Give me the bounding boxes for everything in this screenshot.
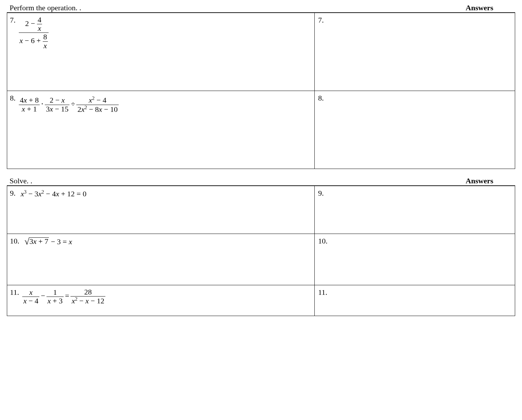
answer-10-cell: 10. xyxy=(315,234,515,285)
answer-11-number: 11. xyxy=(318,288,327,297)
problem-8-cell: 8. 4x + 8 x + 1 ⋅ 2 − x 3x − 15 ÷ x2 − 4… xyxy=(7,91,315,169)
answer-7-cell: 7. xyxy=(315,13,515,91)
row-problem-7: 7. 2 − 4x x − 6 + 8x 7. xyxy=(7,13,515,91)
problem-11-cell: 11. x x − 4 − 1 x + 3 = 28 x2 − x − 12 xyxy=(7,285,315,316)
answer-8-number: 8. xyxy=(318,94,324,103)
problem-7-cell: 7. 2 − 4x x − 6 + 8x xyxy=(7,13,315,91)
answer-7-number: 7. xyxy=(318,16,324,25)
answer-8-cell: 8. xyxy=(315,91,515,169)
row-problem-8: 8. 4x + 8 x + 1 ⋅ 2 − x 3x − 15 ÷ x2 − 4… xyxy=(7,91,515,169)
answer-11-cell: 11. xyxy=(315,285,515,316)
problem-7-expression: 2 − 4x x − 6 + 8x xyxy=(19,16,49,50)
problem-7-number: 7. xyxy=(10,16,16,25)
row-problem-9: 9. x3 − 3x2 − 4x + 12 = 0 9. xyxy=(7,186,515,234)
problem-9-cell: 9. x3 − 3x2 − 4x + 12 = 0 xyxy=(7,186,315,234)
answer-9-cell: 9. xyxy=(315,186,515,234)
section-1-title: Perform the operation. . xyxy=(8,3,317,12)
problem-10-expression: √3x + 7 − 3 = x xyxy=(23,237,72,246)
problem-9-number: 9. xyxy=(10,189,16,198)
problem-10-cell: 10. √3x + 7 − 3 = x xyxy=(7,234,315,285)
section-2-title: Solve. . xyxy=(8,176,317,185)
section-1-header: Perform the operation. . Answers xyxy=(7,3,515,13)
problem-11-expression: x x − 4 − 1 x + 3 = 28 x2 − x − 12 xyxy=(22,288,105,305)
answer-10-number: 10. xyxy=(318,237,328,246)
problem-8-expression: 4x + 8 x + 1 ⋅ 2 − x 3x − 15 ÷ x2 − 4 2x… xyxy=(19,94,119,114)
problem-10-number: 10. xyxy=(10,237,19,246)
row-problem-11: 11. x x − 4 − 1 x + 3 = 28 x2 − x − 12 1… xyxy=(7,285,515,316)
problem-9-expression: x3 − 3x2 − 4x + 12 = 0 xyxy=(19,189,87,198)
problem-8-number: 8. xyxy=(10,94,16,103)
section-2-header: Solve. . Answers xyxy=(7,176,515,186)
row-problem-10: 10. √3x + 7 − 3 = x 10. xyxy=(7,234,515,285)
answer-9-number: 9. xyxy=(318,189,324,198)
section-1-answers-label: Answers xyxy=(317,3,514,12)
problem-11-number: 11. xyxy=(10,288,19,297)
section-2-answers-label: Answers xyxy=(317,176,514,185)
